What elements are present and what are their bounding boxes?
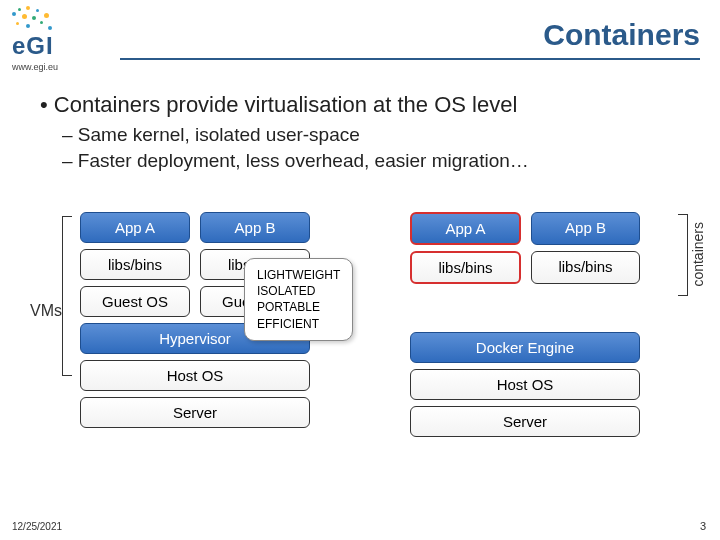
vm-server: Server: [80, 397, 310, 428]
vms-label: VMs: [30, 302, 62, 320]
logo-url: www.egi.eu: [12, 62, 60, 72]
ct-app-b: App B: [531, 212, 640, 245]
vm-guest-a: Guest OS: [80, 286, 190, 317]
callout-line1: LIGHTWEIGHT: [257, 267, 340, 283]
ct-libs-a: libs/bins: [410, 251, 521, 284]
footer-date: 12/25/2021: [12, 521, 62, 532]
page-title: Containers: [120, 18, 700, 60]
vms-brace-icon: [62, 216, 72, 376]
containers-brace-icon: [678, 214, 688, 296]
logo-area: eGI www.egi.eu: [12, 6, 60, 72]
ct-app-a: App A: [410, 212, 521, 245]
callout-line2: ISOLATED: [257, 283, 340, 299]
callout-line3: PORTABLE: [257, 299, 340, 315]
containers-label: containers: [690, 222, 706, 287]
diagram: VMs containers App A App B libs/bins lib…: [70, 212, 680, 500]
vm-app-b: App B: [200, 212, 310, 243]
ct-libs-b: libs/bins: [531, 251, 640, 284]
callout-box: LIGHTWEIGHT ISOLATED PORTABLE EFFICIENT: [244, 258, 353, 341]
bullet-main: • Containers provide virtualisation at t…: [40, 92, 517, 118]
vm-host-os: Host OS: [80, 360, 310, 391]
vm-libs-a: libs/bins: [80, 249, 190, 280]
vm-app-a: App A: [80, 212, 190, 243]
bullet-sub1: – Same kernel, isolated user-space: [62, 124, 360, 146]
container-stack: App A App B libs/bins libs/bins Docker E…: [410, 212, 640, 437]
docker-engine-box: Docker Engine: [410, 332, 640, 363]
ct-host-os: Host OS: [410, 369, 640, 400]
callout-line4: EFFICIENT: [257, 316, 340, 332]
ct-server: Server: [410, 406, 640, 437]
bullet-sub2: – Faster deployment, less overhead, easi…: [62, 150, 529, 172]
logo-text: eGI: [12, 32, 60, 60]
logo-dots-icon: [12, 6, 60, 34]
footer-page: 3: [700, 520, 706, 532]
slide: eGI www.egi.eu Containers • Containers p…: [0, 0, 720, 540]
